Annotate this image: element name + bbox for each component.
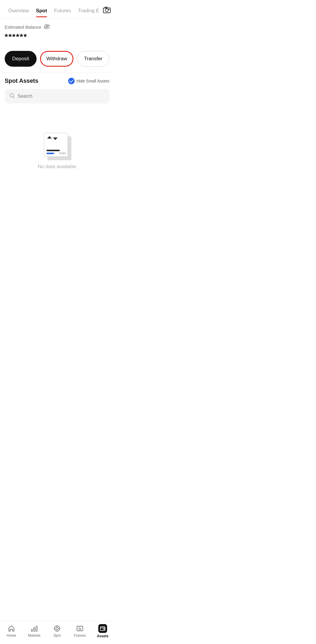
- search-icon: [9, 93, 15, 99]
- balance-value: ******: [5, 32, 109, 42]
- eye-hidden-icon[interactable]: [44, 24, 50, 30]
- empty-state: Toobit No data available: [0, 109, 114, 193]
- hide-small-assets-label: Hide Small Assets: [76, 79, 109, 83]
- spot-assets-header: Spot Assets Hide Small Assets: [0, 78, 114, 89]
- search-input[interactable]: [18, 94, 105, 99]
- estimated-balance-label: Estimated Balance: [5, 25, 41, 30]
- hide-small-assets-toggle[interactable]: Hide Small Assets: [68, 78, 109, 84]
- tab-spot[interactable]: Spot: [32, 6, 51, 17]
- divider: [0, 73, 114, 73]
- svg-point-7: [10, 94, 13, 97]
- search-bar[interactable]: [5, 89, 109, 104]
- svg-point-1: [105, 9, 108, 12]
- spot-assets-title: Spot Assets: [5, 78, 38, 84]
- top-navigation: Overview Spot Futures Trading E: [0, 0, 114, 18]
- svg-point-3: [108, 9, 109, 10]
- svg-line-8: [13, 97, 14, 98]
- tab-futures[interactable]: Futures: [51, 6, 75, 17]
- empty-icon-brand-label: Toobit: [59, 152, 66, 155]
- check-circle-icon: [68, 78, 75, 84]
- tab-trading-e[interactable]: Trading E: [74, 6, 103, 17]
- deposit-button[interactable]: Deposit: [5, 51, 37, 67]
- balance-label-row: Estimated Balance: [5, 24, 109, 30]
- tab-overview[interactable]: Overview: [5, 6, 32, 17]
- camera-settings-icon[interactable]: [103, 5, 111, 15]
- no-data-message: No data available: [38, 164, 76, 170]
- transfer-button[interactable]: Transfer: [77, 51, 109, 67]
- empty-state-icon: Toobit: [44, 133, 70, 159]
- action-buttons-row: Deposit Withdraw Transfer: [0, 46, 114, 73]
- withdraw-button[interactable]: Withdraw: [40, 51, 74, 67]
- balance-section: Estimated Balance ******: [0, 18, 114, 46]
